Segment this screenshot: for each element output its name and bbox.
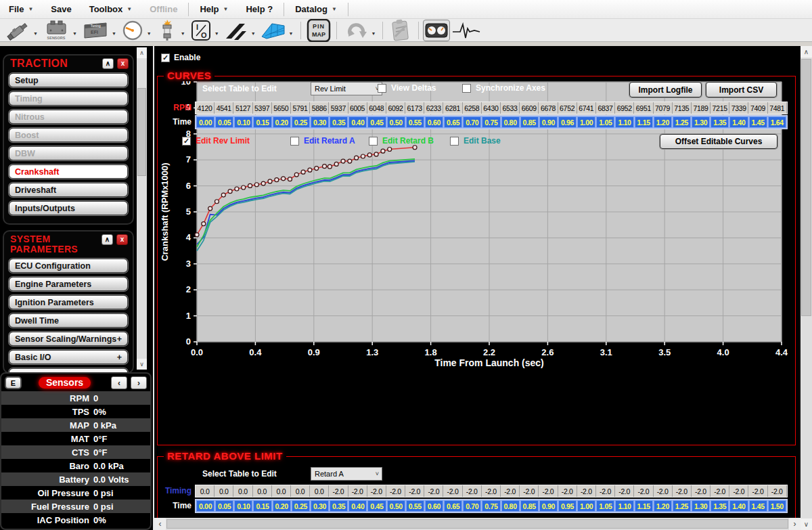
- dropdown-caret-icon[interactable]: ▼: [251, 31, 256, 36]
- main-horizontal-scrollbar[interactable]: ‹ ›: [154, 518, 800, 530]
- table-cell[interactable]: 1.45: [749, 116, 767, 128]
- enable-checkbox[interactable]: ✓: [161, 53, 170, 62]
- table-cell[interactable]: 1.15: [635, 500, 653, 512]
- table-cell[interactable]: 0.50: [387, 116, 405, 128]
- scrollbar-thumb[interactable]: [166, 519, 788, 529]
- table-cell[interactable]: 1.20: [654, 500, 672, 512]
- table-cell[interactable]: 1.50: [768, 500, 786, 512]
- dropdown-caret-icon[interactable]: ▼: [33, 31, 38, 36]
- table-cell[interactable]: 6837: [596, 102, 615, 114]
- table-cell[interactable]: 0.60: [425, 500, 443, 512]
- dropdown-caret-icon[interactable]: ▼: [181, 31, 185, 36]
- scroll-up-icon[interactable]: ∧: [800, 46, 812, 58]
- table-cell[interactable]: 6092: [386, 102, 405, 114]
- dropdown-caret-icon[interactable]: ▼: [72, 31, 77, 36]
- table-cell[interactable]: 0.60: [425, 116, 443, 128]
- edit-curve-checkbox[interactable]: [290, 137, 299, 146]
- edit-curve-checkbox[interactable]: [450, 137, 459, 146]
- sidebar-item-ignition-parameters[interactable]: Ignition Parameters: [9, 295, 128, 309]
- table-cell[interactable]: -2.0: [405, 485, 424, 497]
- table-cell[interactable]: -2.0: [367, 485, 386, 497]
- table-cell[interactable]: 0.85: [520, 116, 539, 128]
- sidebar-item-basic-i-o[interactable]: Basic I/O+: [9, 350, 128, 364]
- table-cell[interactable]: -2.0: [748, 485, 767, 497]
- table-cell[interactable]: 1.64: [768, 116, 786, 128]
- efi-tuner-tool-button[interactable]: Tuning EFI: [80, 20, 111, 41]
- table-cell[interactable]: 0.95: [558, 500, 577, 512]
- table-cell[interactable]: 1.25: [673, 116, 691, 128]
- table-cell[interactable]: 0.30: [311, 116, 329, 128]
- table-cell[interactable]: 6952: [615, 102, 634, 114]
- sensors-prev-icon[interactable]: ‹: [111, 376, 127, 389]
- table-cell[interactable]: 6752: [558, 102, 577, 114]
- import-logfile-button[interactable]: Import Logfile: [629, 82, 702, 97]
- table-cell[interactable]: 6609: [520, 102, 539, 114]
- table-cell[interactable]: 0.15: [253, 116, 271, 128]
- table-cell[interactable]: 4541: [215, 102, 233, 114]
- scroll-left-icon[interactable]: ‹: [154, 518, 166, 530]
- table-cell[interactable]: 5127: [233, 102, 252, 114]
- table-cell[interactable]: 0.0: [215, 485, 233, 497]
- retard-table-select[interactable]: Retard A ˅: [311, 467, 382, 481]
- sidebar-item-ecu-configuration[interactable]: ECU Configuration: [9, 259, 128, 273]
- io-tool-button[interactable]: I O: [188, 20, 214, 41]
- table-cell[interactable]: 0.00: [196, 116, 215, 128]
- sidebar-item-setup[interactable]: Setup: [9, 73, 128, 87]
- sidebar-item-engine-parameters[interactable]: Engine Parameters: [9, 277, 128, 291]
- table-cell[interactable]: 0.05: [215, 116, 233, 128]
- table-cell[interactable]: 5397: [253, 102, 272, 114]
- 3d-map-tool-button[interactable]: [258, 20, 288, 41]
- table-cell[interactable]: 0.75: [482, 500, 500, 512]
- table-cell[interactable]: 6281: [443, 102, 462, 114]
- menu-item-toolbox[interactable]: Toolbox▼: [81, 0, 141, 19]
- table-cell[interactable]: 0.25: [292, 116, 310, 128]
- pin-map-tool-button[interactable]: PIN MAP: [305, 20, 332, 41]
- table-cell[interactable]: 0.0: [310, 485, 329, 497]
- table-cell[interactable]: 1.30: [692, 500, 710, 512]
- table-cell[interactable]: -2.0: [729, 485, 748, 497]
- table-cell[interactable]: 0.10: [234, 500, 252, 512]
- table-cell[interactable]: 1.45: [749, 500, 767, 512]
- close-icon[interactable]: x: [117, 58, 129, 69]
- table-cell[interactable]: 0.70: [463, 500, 481, 512]
- dash-gauges-tool-button[interactable]: [423, 20, 450, 41]
- table-cell[interactable]: -2.0: [386, 485, 405, 497]
- table-cell[interactable]: 1.25: [673, 500, 691, 512]
- table-cell[interactable]: 7339: [729, 102, 748, 114]
- table-cell[interactable]: 5937: [329, 102, 348, 114]
- table-cell[interactable]: -2.0: [596, 485, 615, 497]
- table-cell[interactable]: 0.20: [273, 116, 291, 128]
- table-cell[interactable]: 0.65: [444, 116, 462, 128]
- table-cell[interactable]: 0.35: [330, 116, 348, 128]
- table-cell[interactable]: -2.0: [348, 485, 367, 497]
- table-cell[interactable]: 1.10: [615, 500, 633, 512]
- table-cell[interactable]: 1.30: [692, 116, 710, 128]
- scroll-up-icon[interactable]: ∧: [137, 47, 147, 58]
- table-cell[interactable]: 0.50: [387, 500, 405, 512]
- table-cell[interactable]: 0.0: [291, 485, 310, 497]
- sensors-next-icon[interactable]: ›: [131, 376, 147, 389]
- collapse-icon[interactable]: ∧: [102, 58, 114, 69]
- table-cell[interactable]: 1.05: [596, 500, 614, 512]
- table-cell[interactable]: 0.90: [539, 500, 558, 512]
- table-cell[interactable]: 4120: [196, 102, 215, 114]
- table-cell[interactable]: -2.0: [654, 485, 673, 497]
- table-cell[interactable]: 0.10: [234, 116, 252, 128]
- table-cell[interactable]: -2.0: [329, 485, 348, 497]
- table-cell[interactable]: -2.0: [577, 485, 596, 497]
- table-cell[interactable]: -2.0: [463, 485, 482, 497]
- table-cell[interactable]: 0.70: [463, 116, 481, 128]
- collapse-icon[interactable]: ∧: [102, 234, 113, 245]
- table-cell[interactable]: 6741: [577, 102, 596, 114]
- table-cell[interactable]: 1.15: [635, 116, 653, 128]
- table-cell[interactable]: -2.0: [634, 485, 653, 497]
- menu-item-help-[interactable]: Help ?: [237, 0, 281, 19]
- table-cell[interactable]: -2.0: [539, 485, 558, 497]
- table-cell[interactable]: 1.40: [729, 116, 748, 128]
- table-cell[interactable]: -2.0: [443, 485, 462, 497]
- scrollbar-thumb[interactable]: [801, 59, 811, 316]
- table-cell[interactable]: 0.45: [367, 500, 386, 512]
- table-cell[interactable]: 0.35: [330, 500, 348, 512]
- scroll-down-icon[interactable]: ∨: [137, 359, 147, 370]
- table-cell[interactable]: 0.90: [539, 116, 558, 128]
